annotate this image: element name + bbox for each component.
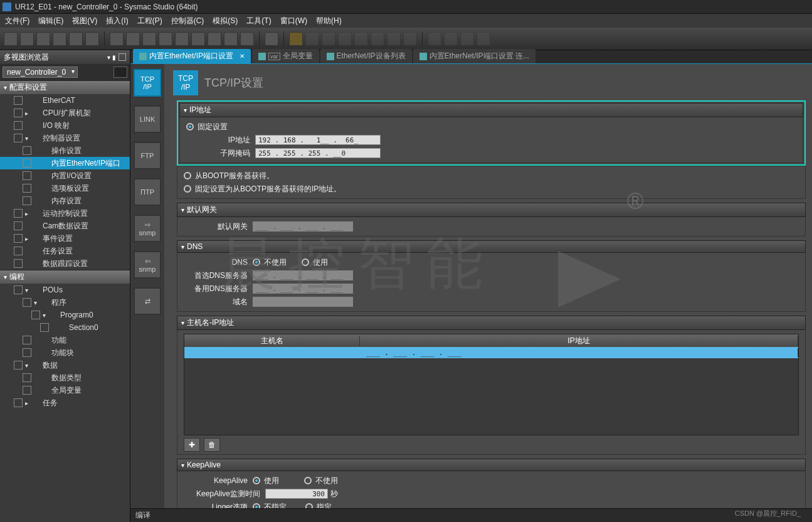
tree-item[interactable]: ▾数据 [0, 359, 130, 371]
radio-fixed[interactable] [186, 123, 194, 130]
add-button[interactable]: ✚ [184, 438, 200, 452]
pin-icon[interactable] [119, 53, 126, 61]
keepalive-header[interactable]: ▾KeepAlive [177, 459, 806, 471]
sidetab-ftp[interactable]: FTP [134, 142, 161, 169]
gateway-input[interactable] [253, 221, 353, 232]
menu-controller[interactable]: 控制器(C) [171, 16, 204, 26]
tree-item[interactable]: 任务设置 [0, 245, 130, 257]
menu-help[interactable]: 帮助(H) [316, 16, 342, 26]
host-header[interactable]: ▾主机名-IP地址 [177, 316, 806, 330]
menu-view[interactable]: 视图(V) [72, 16, 97, 26]
zoom-fit-icon[interactable] [428, 32, 441, 46]
radio-dns-off[interactable] [253, 258, 260, 266]
tree-item[interactable]: ▾POUs [0, 284, 130, 296]
tool3-icon[interactable] [191, 32, 205, 46]
redo-icon[interactable] [85, 32, 99, 46]
tool2-icon[interactable] [175, 32, 189, 46]
tree-item[interactable]: 全局变量 [0, 384, 130, 397]
tree-item[interactable]: 内置EtherNet/IP端口 [0, 157, 130, 169]
tree-item[interactable]: 数据类型 [0, 371, 130, 384]
ip-input[interactable] [255, 135, 381, 145]
host-row[interactable]: ___ . ___ . ___ . ___ [184, 347, 798, 358]
menu-insert[interactable]: 插入(I) [106, 16, 128, 26]
tool-icon[interactable] [159, 32, 172, 46]
menu-project[interactable]: 工程(P) [137, 16, 162, 26]
tab[interactable]: 内置EtherNet/IP端口设置✕ [133, 49, 251, 63]
tree-item[interactable]: ▸运动控制设置 [0, 207, 130, 220]
menu-tools[interactable]: 工具(T) [246, 16, 271, 26]
tree-item[interactable]: ▾Program0 [0, 309, 130, 321]
sidetab-snmp-trap[interactable]: ⇦ snmp [134, 251, 161, 279]
paste-icon[interactable] [36, 32, 50, 46]
tree-item[interactable]: 内存设置 [0, 194, 130, 207]
radio-dns-on[interactable] [302, 258, 309, 266]
tool4-icon[interactable] [208, 32, 221, 46]
radio-bootp1[interactable] [184, 172, 191, 179]
tree-item[interactable]: Section0 [0, 321, 130, 334]
tree-item[interactable]: 操作设置 [0, 144, 130, 157]
dim3-icon[interactable] [338, 32, 352, 46]
tree-item[interactable]: EtherCAT [0, 94, 130, 107]
menu-simulate[interactable]: 模拟(S) [213, 16, 238, 26]
tab[interactable]: var全局变量 [252, 49, 319, 63]
zoom-out-icon[interactable] [460, 32, 474, 46]
dim1-icon[interactable] [305, 32, 319, 46]
tree-item[interactable]: ▸CPU/扩展机架 [0, 107, 130, 119]
ip-section-header[interactable]: ▾IP地址 [179, 103, 803, 117]
sidetab-tcpip[interactable]: TCP /IP [134, 69, 161, 97]
dropdown-icon[interactable]: ▾ ▮ [107, 54, 116, 61]
run-icon[interactable] [265, 32, 278, 46]
chip-icon[interactable] [113, 67, 127, 78]
tree-group-program[interactable]: ▾编程 [0, 270, 130, 284]
select-icon[interactable] [142, 32, 156, 46]
radio-linger-off[interactable] [253, 503, 260, 508]
copy-icon[interactable] [20, 32, 34, 46]
tree-item[interactable]: 内置I/O设置 [0, 169, 130, 182]
tree-item[interactable]: ▸事件设置 [0, 232, 130, 245]
sidetab-cip[interactable]: ⇄ [134, 287, 161, 315]
tree-item[interactable]: I/O 映射 [0, 119, 130, 132]
tab[interactable]: 内置EtherNet/IP端口设置 连... [413, 49, 535, 63]
zoom-in-icon[interactable] [444, 32, 458, 46]
tree-item[interactable]: Cam数据设置 [0, 220, 130, 232]
tree-item[interactable]: ▸任务 [0, 397, 130, 409]
delete-button[interactable]: 🗑 [204, 438, 220, 452]
tree-item[interactable]: ▾控制器设置 [0, 132, 130, 144]
menu-edit[interactable]: 编辑(E) [38, 16, 63, 26]
domain-input[interactable] [253, 297, 353, 307]
zoom-reset-icon[interactable] [477, 32, 490, 46]
dim5-icon[interactable] [371, 32, 384, 46]
tool5-icon[interactable] [224, 32, 238, 46]
tree-item[interactable]: 选项板设置 [0, 182, 130, 194]
radio-bootp2[interactable] [184, 185, 191, 193]
dns-pri-input[interactable] [253, 270, 353, 280]
menu-window[interactable]: 窗口(W) [280, 16, 307, 26]
dim6-icon[interactable] [387, 32, 401, 46]
view3d-icon[interactable] [110, 32, 124, 46]
radio-ka-on[interactable] [253, 477, 260, 484]
close-icon[interactable]: ✕ [240, 53, 245, 60]
delete-icon[interactable] [53, 32, 66, 46]
controller-select[interactable]: new_Controller_0 [3, 67, 78, 78]
dim2-icon[interactable] [322, 32, 335, 46]
dns-header[interactable]: ▾DNS [177, 240, 806, 253]
undo-icon[interactable] [69, 32, 83, 46]
sidetab-link[interactable]: LINK [134, 105, 161, 133]
tab[interactable]: EtherNet/IP设备列表 [320, 49, 412, 63]
tree-item[interactable]: ▾程序 [0, 296, 130, 309]
menu-file[interactable]: 文件(F) [5, 16, 29, 26]
grid-icon[interactable] [126, 32, 140, 46]
ka-time-input[interactable] [265, 489, 328, 499]
warn-icon[interactable] [289, 32, 303, 46]
sidetab-ntp[interactable]: ΠTP [134, 178, 161, 206]
tree-item[interactable]: 功能块 [0, 346, 130, 359]
dns-sec-input[interactable] [253, 284, 353, 294]
tool6-icon[interactable] [240, 32, 254, 46]
sidetab-snmp[interactable]: ⇨ snmp [134, 215, 161, 242]
radio-ka-off[interactable] [304, 477, 312, 484]
dim4-icon[interactable] [354, 32, 368, 46]
tree-item[interactable]: 数据跟踪设置 [0, 257, 130, 270]
host-cell-ip[interactable]: ___ . ___ . ___ . ___ [360, 348, 798, 357]
gateway-header[interactable]: ▾默认网关 [177, 203, 806, 217]
mask-input[interactable] [255, 148, 381, 158]
